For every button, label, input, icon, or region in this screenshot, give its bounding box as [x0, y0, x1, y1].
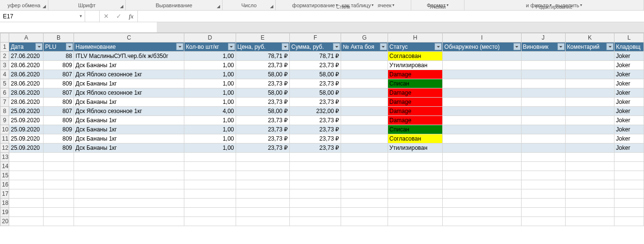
cell[interactable]: 23,73 ₽	[236, 79, 290, 88]
fx-icon[interactable]: fx	[125, 13, 137, 20]
cell[interactable]	[184, 208, 236, 217]
row-header[interactable]: 4	[0, 70, 9, 79]
cell[interactable]	[236, 180, 290, 189]
cell[interactable]	[443, 144, 521, 153]
cell[interactable]	[443, 162, 521, 171]
cell[interactable]: ITLV МаслиныСУП.чер.б/к ж/б350г	[74, 52, 184, 61]
cell[interactable]	[521, 144, 565, 153]
cell[interactable]: 809	[44, 116, 74, 125]
dialog-launcher-icon[interactable]: ◢	[215, 3, 221, 9]
cell[interactable]: 1,00	[184, 79, 236, 88]
cell[interactable]: 807	[44, 107, 74, 116]
filter-dropdown-icon[interactable]	[606, 43, 614, 50]
cell[interactable]	[565, 153, 614, 162]
row-header[interactable]: 18	[0, 199, 9, 208]
cell[interactable]: Joker	[614, 144, 644, 153]
cell[interactable]: 25.09.2020	[9, 134, 44, 144]
cell[interactable]: Согласован	[388, 134, 443, 144]
cell[interactable]: 25.09.2020	[9, 144, 44, 153]
column-header[interactable]: F	[290, 33, 341, 43]
cell[interactable]	[290, 171, 341, 180]
cell[interactable]	[9, 171, 44, 180]
row-header[interactable]: 2	[0, 52, 9, 61]
cell[interactable]	[521, 134, 565, 144]
column-header[interactable]: K	[565, 33, 614, 43]
cell[interactable]: Joker	[614, 61, 644, 70]
cell[interactable]: Joker	[614, 134, 644, 144]
cell[interactable]: 23,73 ₽	[236, 125, 290, 134]
cell[interactable]: 1,00	[184, 98, 236, 107]
cell[interactable]: 27.06.2020	[9, 52, 44, 61]
cell[interactable]	[236, 199, 290, 208]
cell[interactable]: Дск Бананы 1кг	[74, 61, 184, 70]
cell[interactable]	[74, 189, 184, 199]
cell[interactable]	[443, 52, 521, 61]
cell[interactable]: 809	[44, 98, 74, 107]
cell[interactable]	[521, 70, 565, 79]
cell[interactable]: 4,00	[184, 107, 236, 116]
cell[interactable]	[388, 217, 443, 226]
cell[interactable]: 807	[44, 88, 74, 98]
cell[interactable]	[44, 153, 74, 162]
cell[interactable]	[614, 171, 644, 180]
cell[interactable]	[521, 52, 565, 61]
cell[interactable]	[290, 217, 341, 226]
table-header-cell[interactable]: Дата	[9, 43, 44, 52]
cell[interactable]	[44, 171, 74, 180]
cell[interactable]: 58,00 ₽	[236, 88, 290, 98]
row-header[interactable]: 15	[0, 171, 9, 180]
cancel-icon[interactable]: ✕	[100, 13, 112, 20]
cell[interactable]: 23,73 ₽	[290, 134, 341, 144]
cell[interactable]: 28.06.2020	[9, 79, 44, 88]
cell[interactable]	[565, 125, 614, 134]
cell[interactable]	[290, 162, 341, 171]
cell[interactable]	[521, 79, 565, 88]
cell[interactable]	[565, 189, 614, 199]
cell[interactable]: 23,73 ₽	[236, 61, 290, 70]
cell[interactable]	[290, 153, 341, 162]
cell[interactable]	[184, 153, 236, 162]
cell[interactable]: 807	[44, 70, 74, 79]
cell[interactable]: 23,73 ₽	[236, 134, 290, 144]
cell[interactable]: 1,00	[184, 70, 236, 79]
cell[interactable]: Дск Яблоко сезонное 1кг	[74, 88, 184, 98]
row-header[interactable]: 12	[0, 144, 9, 153]
column-header[interactable]: A	[9, 33, 44, 43]
cell[interactable]: Дск Бананы 1кг	[74, 125, 184, 134]
cell[interactable]	[74, 162, 184, 171]
cell[interactable]: Согласован	[388, 52, 443, 61]
cell[interactable]	[236, 217, 290, 226]
table-header-cell[interactable]: PLU	[44, 43, 74, 52]
cell[interactable]	[521, 125, 565, 134]
cell[interactable]	[521, 162, 565, 171]
cell[interactable]: 23,73 ₽	[236, 116, 290, 125]
cell[interactable]	[9, 208, 44, 217]
column-header[interactable]: H	[388, 33, 443, 43]
cell[interactable]: Дск Бананы 1кг	[74, 144, 184, 153]
cell[interactable]	[290, 180, 341, 189]
column-header[interactable]: B	[44, 33, 74, 43]
cell[interactable]: Joker	[614, 107, 644, 116]
table-header-cell[interactable]: № Акта боя	[341, 43, 388, 52]
cell[interactable]	[290, 189, 341, 199]
table-header-cell[interactable]: Коментарий	[565, 43, 614, 52]
cell[interactable]	[443, 88, 521, 98]
cell[interactable]: 1,00	[184, 144, 236, 153]
cell[interactable]	[614, 217, 644, 226]
cell[interactable]	[341, 134, 388, 144]
cell[interactable]	[521, 98, 565, 107]
cell[interactable]: 25.09.2020	[9, 125, 44, 134]
cell[interactable]	[341, 171, 388, 180]
cell[interactable]: 23,73 ₽	[236, 98, 290, 107]
row-header[interactable]: 10	[0, 125, 9, 134]
row-header[interactable]: 16	[0, 180, 9, 189]
cell[interactable]	[341, 98, 388, 107]
cell[interactable]	[565, 144, 614, 153]
cell[interactable]: 1,00	[184, 88, 236, 98]
cell[interactable]	[565, 52, 614, 61]
cell[interactable]: Дск Бананы 1кг	[74, 98, 184, 107]
cell[interactable]: Дск Бананы 1кг	[74, 79, 184, 88]
cell[interactable]: Joker	[614, 98, 644, 107]
cell[interactable]: Дск Бананы 1кг	[74, 134, 184, 144]
cell[interactable]: 25.09.2020	[9, 107, 44, 116]
